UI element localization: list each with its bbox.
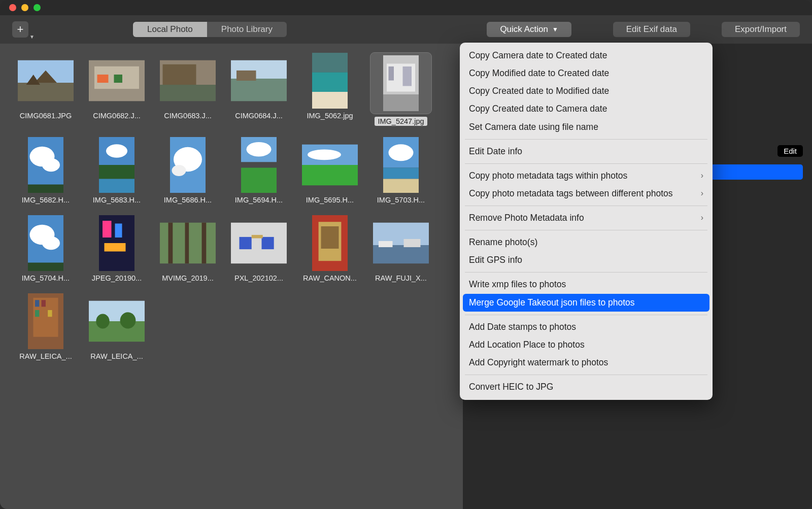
photo-thumbnail[interactable]: IMG_5694.H... (223, 137, 294, 204)
svg-rect-69 (35, 300, 39, 307)
photo-thumbnail[interactable]: JPEG_20190... (81, 215, 152, 282)
photo-thumbnail[interactable]: IMG_5695.H... (294, 137, 365, 204)
svg-rect-19 (389, 66, 394, 81)
thumbnail-label: IMG_5704.H... (22, 274, 70, 282)
svg-rect-71 (35, 310, 39, 317)
thumbnail-label: JPEG_20190... (92, 274, 142, 282)
thumbnail-label: IMG_5247.jpg (375, 117, 427, 126)
menu-item[interactable]: Merge Google Takeout json files to photo… (463, 294, 709, 312)
thumbnail-image (18, 137, 74, 193)
thumbnail-image (89, 53, 145, 109)
chevron-down-icon: ▼ (552, 26, 558, 33)
menu-item[interactable]: Copy Created date to Camera date (460, 100, 713, 118)
window-maximize-button[interactable] (33, 4, 41, 11)
add-button[interactable]: + ▼ (12, 21, 28, 38)
photo-thumbnail[interactable]: IMG_5062.jpg (294, 53, 365, 126)
menu-item[interactable]: Copy Created date to Modified date (460, 82, 713, 100)
thumbnail-label: IMG_5695.H... (306, 196, 354, 204)
menu-item[interactable]: Add Copyright watermark to photos (460, 354, 713, 371)
menu-item[interactable]: Convert HEIC to JPG (460, 378, 713, 396)
thumbnail-image (231, 215, 287, 271)
menu-item[interactable]: Rename photo(s) (460, 233, 713, 251)
photo-thumbnail[interactable]: IMG_5686.H... (152, 137, 223, 204)
menu-separator (465, 375, 707, 375)
svg-rect-62 (321, 226, 339, 249)
svg-rect-50 (115, 224, 122, 238)
menu-item-label: Copy Modified date to Created date (469, 66, 609, 80)
photo-thumbnail[interactable]: IMG_5682.H... (10, 137, 81, 204)
menu-separator (465, 206, 707, 206)
menu-item[interactable]: Edit Date info (460, 143, 713, 160)
svg-rect-54 (185, 223, 189, 264)
svg-rect-21 (383, 94, 419, 111)
photo-grid: CIMG0681.JPGCIMG0682.J...CIMG0683.J...CI… (10, 53, 453, 360)
svg-rect-29 (99, 179, 134, 193)
chevron-right-icon: › (701, 187, 703, 200)
quick-action-button[interactable]: Quick Action ▼ (487, 22, 571, 37)
menu-item[interactable]: Add Date stamps to photos (460, 318, 713, 336)
photo-thumbnail[interactable]: RAW_LEICA_... (81, 293, 152, 360)
svg-rect-16 (312, 92, 348, 109)
photo-thumbnail[interactable]: PXL_202102... (223, 215, 294, 282)
menu-item[interactable]: Copy Modified date to Created date (460, 64, 713, 82)
menu-item[interactable]: Copy photo metadata tags between differe… (460, 185, 713, 202)
svg-rect-49 (103, 221, 112, 237)
thumbnail-label: RAW_FUJI_X... (375, 274, 427, 282)
photo-thumbnail[interactable]: CIMG0684.J... (223, 53, 294, 126)
menu-separator (465, 272, 707, 273)
menu-item[interactable]: Write xmp files to photos (460, 276, 713, 293)
svg-rect-14 (312, 53, 348, 73)
menu-item[interactable]: Set Camera date using file name (460, 118, 713, 136)
export-import-button[interactable]: Export/Import (722, 22, 800, 37)
svg-rect-25 (28, 185, 63, 193)
thumbnail-image (231, 53, 287, 109)
photo-thumbnail[interactable]: RAW_FUJI_X... (365, 215, 436, 282)
menu-item[interactable]: Add Location Place to photos (460, 336, 713, 354)
photo-thumbnail[interactable]: IMG_5704.H... (10, 215, 81, 282)
menu-item-label: Merge Google Takeout json files to photo… (469, 296, 635, 310)
thumbnail-image (18, 215, 74, 271)
photo-thumbnail[interactable]: CIMG0683.J... (152, 53, 223, 126)
tab-local-photo[interactable]: Local Photo (133, 22, 207, 37)
menu-item[interactable]: Edit GPS info (460, 251, 713, 269)
menu-item[interactable]: Remove Photo Metadata info› (460, 209, 713, 227)
photo-thumbnail[interactable]: IMG_5247.jpg (365, 53, 436, 126)
photo-thumbnail[interactable]: IMG_5683.H... (81, 137, 152, 204)
menu-item-label: Write xmp files to photos (469, 278, 566, 291)
photo-thumbnail[interactable]: CIMG0682.J... (81, 53, 152, 126)
menu-separator (465, 139, 707, 140)
thumbnail-label: IMG_5682.H... (22, 196, 70, 204)
thumbnail-image (160, 137, 216, 193)
photo-thumbnail[interactable]: RAW_LEICA_... (10, 293, 81, 360)
window-minimize-button[interactable] (21, 4, 28, 11)
tab-photo-library[interactable]: Photo Library (207, 22, 287, 37)
edit-button[interactable]: Edit (777, 145, 803, 157)
chevron-down-icon: ▼ (29, 34, 35, 40)
thumbnail-image (370, 53, 431, 114)
photo-thumbnail[interactable]: CIMG0681.JPG (10, 53, 81, 126)
thumbnail-label: CIMG0683.J... (164, 112, 211, 120)
svg-point-75 (96, 314, 109, 329)
menu-separator (465, 230, 707, 230)
quick-action-label: Quick Action (500, 24, 548, 35)
window-close-button[interactable] (9, 4, 16, 11)
thumbnail-image (231, 137, 287, 193)
photo-thumbnail[interactable]: IMG_5703.H... (365, 137, 436, 204)
svg-point-32 (172, 165, 186, 176)
svg-rect-72 (48, 310, 52, 317)
thumbnail-image (373, 137, 429, 193)
photo-thumbnail[interactable]: MVIMG_2019... (152, 215, 223, 282)
menu-item-label: Copy Created date to Modified date (469, 84, 609, 98)
svg-rect-42 (383, 168, 419, 179)
thumbnail-image (302, 53, 358, 109)
svg-rect-55 (202, 223, 207, 264)
svg-rect-7 (114, 75, 123, 83)
photo-thumbnail[interactable]: RAW_CANON... (294, 215, 365, 282)
edit-exif-button[interactable]: Edit Exif data (613, 22, 690, 37)
svg-rect-36 (241, 168, 277, 193)
menu-item-label: Set Camera date using file name (469, 120, 598, 134)
titlebar (0, 0, 812, 15)
svg-point-41 (389, 144, 414, 161)
menu-item[interactable]: Copy Camera date to Created date (460, 47, 713, 64)
menu-item[interactable]: Copy photo metadata tags within photos› (460, 167, 713, 185)
